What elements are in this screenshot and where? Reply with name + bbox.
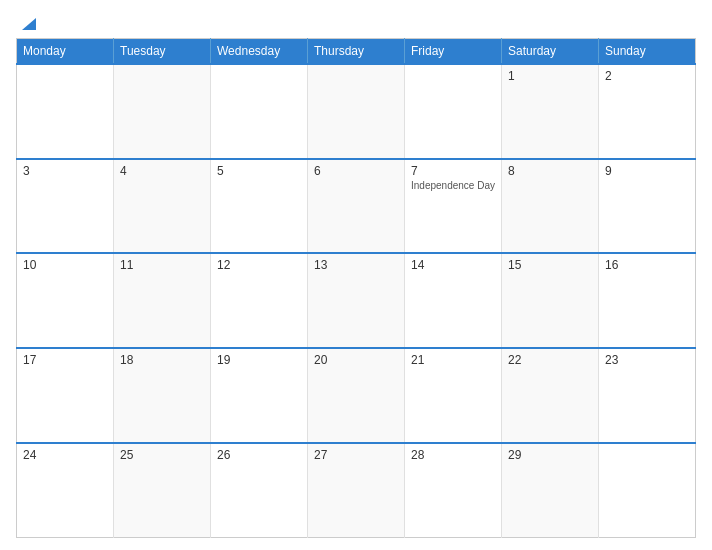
calendar-cell-w4-d2: 18 bbox=[114, 348, 211, 443]
calendar-cell-w1-d2 bbox=[114, 64, 211, 159]
calendar-cell-w2-d7: 9 bbox=[599, 159, 696, 254]
header-sunday: Sunday bbox=[599, 39, 696, 65]
day-number-12: 12 bbox=[217, 258, 301, 272]
calendar-cell-w4-d3: 19 bbox=[211, 348, 308, 443]
calendar-cell-w4-d7: 23 bbox=[599, 348, 696, 443]
calendar-cell-w5-d7 bbox=[599, 443, 696, 538]
page: MondayTuesdayWednesdayThursdayFridaySatu… bbox=[0, 0, 712, 550]
calendar-cell-w1-d6: 1 bbox=[502, 64, 599, 159]
day-number-28: 28 bbox=[411, 448, 495, 462]
calendar-body: 1234567Independence Day89101112131415161… bbox=[17, 64, 696, 538]
calendar-cell-w5-d1: 24 bbox=[17, 443, 114, 538]
day-number-26: 26 bbox=[217, 448, 301, 462]
calendar-cell-w5-d2: 25 bbox=[114, 443, 211, 538]
calendar-cell-w2-d1: 3 bbox=[17, 159, 114, 254]
day-number-13: 13 bbox=[314, 258, 398, 272]
day-number-19: 19 bbox=[217, 353, 301, 367]
calendar-header: MondayTuesdayWednesdayThursdayFridaySatu… bbox=[17, 39, 696, 65]
day-number-20: 20 bbox=[314, 353, 398, 367]
week-row-5: 242526272829 bbox=[17, 443, 696, 538]
calendar-cell-w3-d5: 14 bbox=[405, 253, 502, 348]
day-number-5: 5 bbox=[217, 164, 301, 178]
calendar-cell-w5-d5: 28 bbox=[405, 443, 502, 538]
header-wednesday: Wednesday bbox=[211, 39, 308, 65]
calendar-cell-w3-d1: 10 bbox=[17, 253, 114, 348]
header-monday: Monday bbox=[17, 39, 114, 65]
day-number-24: 24 bbox=[23, 448, 107, 462]
svg-marker-0 bbox=[22, 18, 36, 30]
day-number-29: 29 bbox=[508, 448, 592, 462]
calendar-cell-w1-d7: 2 bbox=[599, 64, 696, 159]
event-label-7: Independence Day bbox=[411, 180, 495, 191]
day-number-11: 11 bbox=[120, 258, 204, 272]
day-number-8: 8 bbox=[508, 164, 592, 178]
header bbox=[16, 12, 696, 34]
header-saturday: Saturday bbox=[502, 39, 599, 65]
calendar-cell-w1-d4 bbox=[308, 64, 405, 159]
days-of-week-row: MondayTuesdayWednesdayThursdayFridaySatu… bbox=[17, 39, 696, 65]
calendar-cell-w2-d3: 5 bbox=[211, 159, 308, 254]
day-number-1: 1 bbox=[508, 69, 592, 83]
logo bbox=[16, 12, 40, 34]
calendar-cell-w4-d4: 20 bbox=[308, 348, 405, 443]
week-row-1: 12 bbox=[17, 64, 696, 159]
week-row-4: 17181920212223 bbox=[17, 348, 696, 443]
day-number-10: 10 bbox=[23, 258, 107, 272]
day-number-22: 22 bbox=[508, 353, 592, 367]
header-tuesday: Tuesday bbox=[114, 39, 211, 65]
day-number-14: 14 bbox=[411, 258, 495, 272]
calendar-cell-w2-d2: 4 bbox=[114, 159, 211, 254]
day-number-4: 4 bbox=[120, 164, 204, 178]
calendar-cell-w2-d6: 8 bbox=[502, 159, 599, 254]
calendar-cell-w2-d5: 7Independence Day bbox=[405, 159, 502, 254]
calendar-cell-w2-d4: 6 bbox=[308, 159, 405, 254]
day-number-27: 27 bbox=[314, 448, 398, 462]
week-row-3: 10111213141516 bbox=[17, 253, 696, 348]
header-friday: Friday bbox=[405, 39, 502, 65]
calendar-cell-w3-d4: 13 bbox=[308, 253, 405, 348]
calendar-cell-w3-d3: 12 bbox=[211, 253, 308, 348]
calendar-table: MondayTuesdayWednesdayThursdayFridaySatu… bbox=[16, 38, 696, 538]
day-number-25: 25 bbox=[120, 448, 204, 462]
day-number-9: 9 bbox=[605, 164, 689, 178]
calendar-cell-w3-d6: 15 bbox=[502, 253, 599, 348]
calendar-cell-w5-d4: 27 bbox=[308, 443, 405, 538]
calendar-cell-w4-d6: 22 bbox=[502, 348, 599, 443]
day-number-21: 21 bbox=[411, 353, 495, 367]
calendar-cell-w1-d5 bbox=[405, 64, 502, 159]
calendar-cell-w3-d7: 16 bbox=[599, 253, 696, 348]
day-number-16: 16 bbox=[605, 258, 689, 272]
day-number-17: 17 bbox=[23, 353, 107, 367]
calendar-cell-w1-d1 bbox=[17, 64, 114, 159]
day-number-7: 7 bbox=[411, 164, 495, 178]
day-number-6: 6 bbox=[314, 164, 398, 178]
calendar-cell-w5-d6: 29 bbox=[502, 443, 599, 538]
day-number-18: 18 bbox=[120, 353, 204, 367]
logo-triangle-icon bbox=[18, 12, 40, 34]
day-number-23: 23 bbox=[605, 353, 689, 367]
day-number-2: 2 bbox=[605, 69, 689, 83]
day-number-3: 3 bbox=[23, 164, 107, 178]
day-number-15: 15 bbox=[508, 258, 592, 272]
header-thursday: Thursday bbox=[308, 39, 405, 65]
calendar-cell-w5-d3: 26 bbox=[211, 443, 308, 538]
calendar-cell-w4-d1: 17 bbox=[17, 348, 114, 443]
calendar-cell-w1-d3 bbox=[211, 64, 308, 159]
week-row-2: 34567Independence Day89 bbox=[17, 159, 696, 254]
calendar-cell-w3-d2: 11 bbox=[114, 253, 211, 348]
calendar-cell-w4-d5: 21 bbox=[405, 348, 502, 443]
